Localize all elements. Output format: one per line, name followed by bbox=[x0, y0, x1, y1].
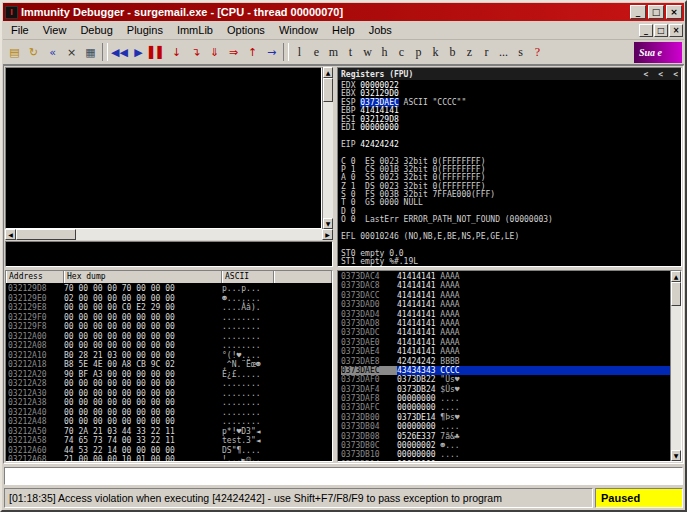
memory-dump-pane[interactable]: Address Hex dump ASCII 032129D870 00 00 … bbox=[5, 270, 333, 462]
registers-pane-button[interactable]: < bbox=[673, 70, 678, 79]
register-line[interactable]: EBP 41414141 bbox=[341, 106, 681, 114]
dump-row[interactable]: 03212A18B8 5E 4E 00 A8 CB 9C 02¸^N.¨Ëœ☻ bbox=[8, 360, 332, 370]
dump-row[interactable]: 032129F800 00 00 00 00 00 00 00........ bbox=[8, 322, 332, 332]
dump-header-hex[interactable]: Hex dump bbox=[64, 271, 222, 283]
register-line[interactable]: O 0 LastErr ERROR_PATH_NOT_FOUND (000000… bbox=[341, 215, 681, 223]
dump-row[interactable]: 03212A10B0 28 21 03 00 00 00 00°(!♥.... bbox=[8, 351, 332, 361]
scroll-up-icon[interactable]: ▲ bbox=[671, 271, 681, 282]
cpu-window-button[interactable]: c bbox=[393, 42, 410, 62]
detach-icon[interactable]: « bbox=[43, 42, 62, 62]
dump-row[interactable]: 032129D870 00 00 00 70 00 00 00p...p... bbox=[8, 284, 332, 294]
call-stack-button[interactable]: k bbox=[427, 42, 444, 62]
more-button[interactable]: ... bbox=[495, 42, 512, 62]
stack-row[interactable]: 0373DAD441414141 AAAA bbox=[341, 310, 670, 319]
maximize-button[interactable]: □ bbox=[648, 5, 664, 19]
dump-row[interactable]: 03212A5070 2A 21 03 44 33 22 11p*!♥D3"◄ bbox=[8, 427, 332, 437]
scroll-down-icon[interactable]: ▼ bbox=[671, 450, 681, 461]
register-line[interactable]: S 0 FS 003B 32bit 7FFAE000(FFF) bbox=[341, 190, 681, 198]
rewind-icon[interactable]: ◀◀ bbox=[110, 42, 129, 62]
references-button[interactable]: r bbox=[478, 42, 495, 62]
disassembly-horizontal-scrollbar[interactable]: ◀ ▶ bbox=[5, 229, 333, 240]
stack-row[interactable]: 0373DAD841414141 AAAA bbox=[341, 319, 670, 328]
scroll-thumb[interactable] bbox=[671, 282, 681, 306]
register-line[interactable]: EIP 42424242 bbox=[341, 140, 681, 148]
animate-into-icon[interactable]: ⇓ bbox=[205, 42, 224, 62]
close-button[interactable]: × bbox=[666, 5, 682, 19]
stack-row[interactable]: 0373DAEC43434343 CCCC bbox=[341, 366, 670, 375]
registers-pane[interactable]: Registers (FPU) <<< EDX 00000022 EBX 032… bbox=[337, 67, 682, 267]
mdi-close-button[interactable]: × bbox=[669, 24, 683, 37]
mdi-minimize-button[interactable]: _ bbox=[639, 24, 653, 37]
dump-header-address[interactable]: Address bbox=[6, 271, 64, 283]
dump-row[interactable]: 03212A6044 53 22 14 00 00 00 00DS"¶.... bbox=[8, 446, 332, 456]
windows-icon[interactable]: ▦ bbox=[81, 42, 100, 62]
scroll-track[interactable] bbox=[671, 282, 681, 450]
dump-row[interactable]: 03212A0000 00 00 00 00 00 00 00........ bbox=[8, 332, 332, 342]
menu-view[interactable]: View bbox=[36, 22, 74, 38]
stack-row[interactable]: 0373DADC41414141 AAAA bbox=[341, 328, 670, 337]
goto-eip-icon[interactable]: → bbox=[262, 42, 281, 62]
stack-row[interactable]: 0373DB0C00000002 ☻... bbox=[341, 441, 670, 450]
register-line[interactable]: A 0 SS 0023 32bit 0(FFFFFFFF) bbox=[341, 173, 681, 181]
disassembly-pane[interactable] bbox=[5, 67, 322, 229]
execute-till-return-icon[interactable]: ↑ bbox=[243, 42, 262, 62]
stack-row[interactable]: 0373DAE041414141 AAAA bbox=[341, 338, 670, 347]
handles-button[interactable]: h bbox=[376, 42, 393, 62]
scroll-down-icon[interactable]: ▼ bbox=[323, 218, 333, 229]
register-line[interactable]: EDX 00000022 bbox=[341, 81, 681, 89]
register-line[interactable]: ESI 032129D8 bbox=[341, 115, 681, 123]
threads-button[interactable]: t bbox=[342, 42, 359, 62]
help-button[interactable]: ? bbox=[529, 42, 546, 62]
stack-row[interactable]: 0373DB080526E337 7ã&♣ bbox=[341, 432, 670, 441]
open-file-icon[interactable]: ▤ bbox=[5, 42, 24, 62]
command-input[interactable] bbox=[4, 467, 683, 485]
register-line[interactable]: EBX 032129D0 bbox=[341, 89, 681, 97]
run-icon[interactable]: ▶ bbox=[129, 42, 148, 62]
scroll-thumb[interactable] bbox=[16, 229, 76, 240]
stack-row[interactable]: 0373DB0400000000 .... bbox=[341, 422, 670, 431]
stack-row[interactable]: 0373DAF40373DB24 $Ûs♥ bbox=[341, 385, 670, 394]
menu-immlib[interactable]: ImmLib bbox=[170, 22, 220, 38]
dump-row[interactable]: 03212A6821 00 00 00 10 01 00 00!...►☺.. bbox=[8, 455, 332, 461]
animate-over-icon[interactable]: ⇒ bbox=[224, 42, 243, 62]
dump-row[interactable]: 032129F000 00 00 00 00 00 00 00........ bbox=[8, 313, 332, 323]
title-bar[interactable]: I Immunity Debugger - surgemail.exe - [C… bbox=[3, 3, 684, 21]
register-line[interactable]: C 0 ES 0023 32bit 0(FFFFFFFF) bbox=[341, 157, 681, 165]
scroll-thumb[interactable] bbox=[323, 78, 333, 102]
menu-jobs[interactable]: Jobs bbox=[362, 22, 399, 38]
dump-row[interactable]: 03212A4800 00 00 00 00 00 00 00........ bbox=[8, 417, 332, 427]
restart-icon[interactable]: ↻ bbox=[24, 42, 43, 62]
patches-button[interactable]: p bbox=[410, 42, 427, 62]
menu-file[interactable]: File bbox=[4, 22, 36, 38]
stack-row[interactable]: 0373DAFC00000000 .... bbox=[341, 403, 670, 412]
menu-plugins[interactable]: Plugins bbox=[120, 22, 170, 38]
stack-row[interactable]: 0373DAE441414141 AAAA bbox=[341, 347, 670, 356]
minimize-button[interactable]: _ bbox=[630, 5, 646, 19]
stack-row[interactable]: 0373DAF00373DB22 "Ûs♥ bbox=[341, 375, 670, 384]
log-window-button[interactable]: l bbox=[291, 42, 308, 62]
stack-row[interactable]: 0373DAF800000000 .... bbox=[341, 394, 670, 403]
register-line[interactable]: ST1 empty %#.19L bbox=[341, 257, 681, 265]
dump-row[interactable]: 03212A5874 65 73 74 00 33 22 11test.3"◄ bbox=[8, 436, 332, 446]
menu-debug[interactable]: Debug bbox=[73, 22, 119, 38]
step-over-icon[interactable]: ↴ bbox=[186, 42, 205, 62]
stack-row[interactable]: 0373DAD041414141 AAAA bbox=[341, 300, 670, 309]
breakpoints-button[interactable]: b bbox=[444, 42, 461, 62]
menu-options[interactable]: Options bbox=[220, 22, 272, 38]
register-line[interactable]: ESP 0373DAEC ASCII "CCCC"" bbox=[341, 98, 681, 106]
close-process-icon[interactable]: × bbox=[62, 42, 81, 62]
register-line[interactable] bbox=[341, 240, 681, 248]
stack-row[interactable]: 0373DAC441414141 AAAA bbox=[341, 272, 670, 281]
windows-button[interactable]: w bbox=[359, 42, 376, 62]
stack-row[interactable]: 0373DAC841414141 AAAA bbox=[341, 281, 670, 290]
register-line[interactable] bbox=[341, 148, 681, 156]
mdi-restore-button[interactable]: □ bbox=[654, 24, 668, 37]
pause-icon[interactable]: ▌▌ bbox=[148, 42, 167, 62]
scroll-up-icon[interactable]: ▲ bbox=[323, 67, 333, 78]
stack-row[interactable]: 0373DB1400000000 .... bbox=[341, 460, 670, 461]
registers-pane-button[interactable]: < bbox=[644, 70, 649, 79]
dump-row[interactable]: 03212A2090 BF A3 00 00 00 00 00É¿£..... bbox=[8, 370, 332, 380]
register-line[interactable] bbox=[341, 131, 681, 139]
stack-row[interactable]: 0373DACC41414141 AAAA bbox=[341, 291, 670, 300]
dump-row[interactable]: 03212A3000 00 00 00 00 00 00 00........ bbox=[8, 389, 332, 399]
